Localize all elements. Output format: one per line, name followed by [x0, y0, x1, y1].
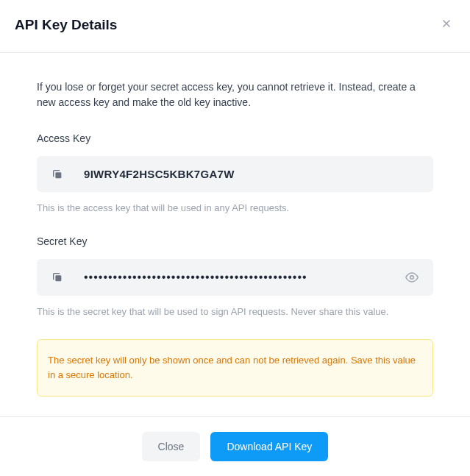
copy-icon[interactable] [51, 168, 63, 180]
close-button[interactable]: Close [142, 432, 201, 461]
modal-header: API Key Details [0, 0, 470, 53]
svg-point-4 [410, 276, 414, 280]
modal-title: API Key Details [15, 17, 117, 33]
close-icon-button[interactable] [438, 15, 455, 35]
copy-icon[interactable] [51, 271, 63, 283]
download-api-key-button[interactable]: Download API Key [210, 432, 328, 461]
secret-key-label: Secret Key [37, 235, 433, 247]
svg-rect-2 [55, 172, 61, 178]
access-key-hint: This is the access key that will be used… [37, 202, 433, 213]
modal-footer: Close Download API Key [0, 416, 470, 476]
warning-text: The secret key will only be shown once a… [48, 353, 422, 383]
access-key-field: Access Key 9IWRY4F2HSC5KBK7GA7W This is … [37, 132, 433, 213]
eye-icon[interactable] [405, 271, 419, 284]
api-key-modal: API Key Details If you lose or forget yo… [0, 0, 470, 476]
secret-key-box: ••••••••••••••••••••••••••••••••••••••••… [37, 259, 433, 296]
close-icon [441, 18, 452, 32]
access-key-box: 9IWRY4F2HSC5KBK7GA7W [37, 156, 433, 192]
secret-key-hint: This is the secret key that will be used… [37, 306, 433, 317]
access-key-value: 9IWRY4F2HSC5KBK7GA7W [84, 168, 235, 180]
intro-text: If you lose or forget your secret access… [37, 79, 433, 110]
secret-key-value: ••••••••••••••••••••••••••••••••••••••••… [84, 271, 385, 284]
modal-body: If you lose or forget your secret access… [0, 53, 470, 416]
warning-box: The secret key will only be shown once a… [37, 339, 433, 397]
access-key-label: Access Key [37, 132, 433, 144]
secret-key-field: Secret Key •••••••••••••••••••••••••••••… [37, 235, 433, 317]
svg-rect-3 [55, 275, 61, 281]
